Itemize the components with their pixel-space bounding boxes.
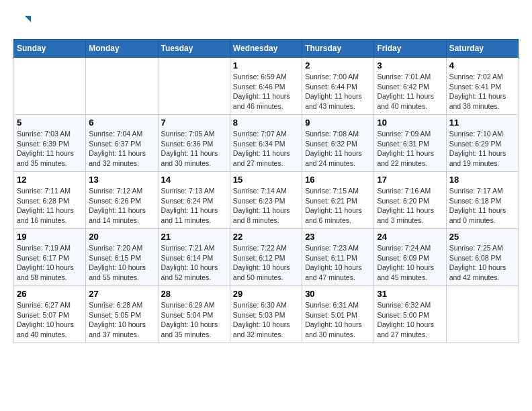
day-number: 17 [377, 175, 443, 185]
day-info: Sunrise: 7:13 AM Sunset: 6:24 PM Dayligh… [161, 186, 227, 226]
calendar-cell: 21Sunrise: 7:21 AM Sunset: 6:14 PM Dayli… [158, 229, 230, 286]
logo [13, 13, 35, 32]
calendar-cell [86, 58, 158, 115]
calendar-cell: 7Sunrise: 7:05 AM Sunset: 6:36 PM Daylig… [158, 115, 230, 172]
day-info: Sunrise: 7:23 AM Sunset: 6:11 PM Dayligh… [305, 243, 371, 283]
page-header [13, 13, 519, 32]
weekday-header: Sunday [14, 40, 86, 58]
calendar-week-row: 5Sunrise: 7:03 AM Sunset: 6:39 PM Daylig… [14, 115, 519, 172]
day-number: 8 [233, 118, 299, 128]
weekday-header: Monday [86, 40, 158, 58]
day-number: 5 [17, 118, 83, 128]
svg-marker-0 [25, 16, 31, 22]
weekday-header: Wednesday [230, 40, 302, 58]
day-info: Sunrise: 7:22 AM Sunset: 6:12 PM Dayligh… [233, 243, 299, 283]
day-info: Sunrise: 7:15 AM Sunset: 6:21 PM Dayligh… [305, 186, 371, 226]
calendar-cell: 26Sunrise: 6:27 AM Sunset: 5:07 PM Dayli… [14, 286, 86, 343]
day-number: 16 [305, 175, 371, 185]
day-number: 3 [377, 60, 443, 71]
day-number: 10 [377, 118, 443, 128]
day-info: Sunrise: 6:28 AM Sunset: 5:05 PM Dayligh… [89, 300, 154, 340]
calendar-cell: 29Sunrise: 6:30 AM Sunset: 5:03 PM Dayli… [230, 286, 302, 343]
calendar-cell: 3Sunrise: 7:01 AM Sunset: 6:42 PM Daylig… [374, 58, 446, 115]
calendar-week-row: 26Sunrise: 6:27 AM Sunset: 5:07 PM Dayli… [14, 286, 519, 343]
calendar-cell [158, 58, 230, 115]
weekday-header: Saturday [446, 40, 518, 58]
day-number: 28 [161, 289, 227, 299]
day-info: Sunrise: 7:02 AM Sunset: 6:41 PM Dayligh… [449, 72, 515, 111]
calendar-cell: 30Sunrise: 6:31 AM Sunset: 5:01 PM Dayli… [302, 286, 374, 343]
day-info: Sunrise: 6:30 AM Sunset: 5:03 PM Dayligh… [233, 300, 299, 340]
day-info: Sunrise: 6:27 AM Sunset: 5:07 PM Dayligh… [17, 300, 83, 340]
calendar-cell: 6Sunrise: 7:04 AM Sunset: 6:37 PM Daylig… [86, 115, 158, 172]
calendar-cell: 8Sunrise: 7:07 AM Sunset: 6:34 PM Daylig… [230, 115, 302, 172]
weekday-header-row: SundayMondayTuesdayWednesdayThursdayFrid… [14, 40, 519, 58]
day-info: Sunrise: 7:25 AM Sunset: 6:08 PM Dayligh… [449, 243, 515, 283]
calendar-week-row: 12Sunrise: 7:11 AM Sunset: 6:28 PM Dayli… [14, 172, 519, 229]
calendar-table: SundayMondayTuesdayWednesdayThursdayFrid… [13, 39, 519, 343]
calendar-cell: 28Sunrise: 6:29 AM Sunset: 5:04 PM Dayli… [158, 286, 230, 343]
calendar-cell: 16Sunrise: 7:15 AM Sunset: 6:21 PM Dayli… [302, 172, 374, 229]
calendar-cell: 14Sunrise: 7:13 AM Sunset: 6:24 PM Dayli… [158, 172, 230, 229]
day-number: 18 [449, 175, 515, 185]
day-number: 25 [449, 232, 515, 242]
day-number: 24 [377, 232, 443, 242]
calendar-cell [14, 58, 86, 115]
day-number: 15 [233, 175, 299, 185]
calendar-cell: 2Sunrise: 7:00 AM Sunset: 6:44 PM Daylig… [302, 58, 374, 115]
day-info: Sunrise: 7:04 AM Sunset: 6:37 PM Dayligh… [89, 129, 154, 169]
day-number: 30 [305, 289, 371, 299]
calendar-cell: 22Sunrise: 7:22 AM Sunset: 6:12 PM Dayli… [230, 229, 302, 286]
day-info: Sunrise: 7:20 AM Sunset: 6:15 PM Dayligh… [89, 243, 154, 283]
calendar-week-row: 19Sunrise: 7:19 AM Sunset: 6:17 PM Dayli… [14, 229, 519, 286]
day-info: Sunrise: 7:09 AM Sunset: 6:31 PM Dayligh… [377, 129, 443, 169]
day-number: 11 [449, 118, 515, 128]
day-number: 7 [161, 118, 227, 128]
day-number: 21 [161, 232, 227, 242]
day-info: Sunrise: 6:29 AM Sunset: 5:04 PM Dayligh… [161, 300, 227, 340]
day-info: Sunrise: 7:21 AM Sunset: 6:14 PM Dayligh… [161, 243, 227, 283]
day-info: Sunrise: 7:16 AM Sunset: 6:20 PM Dayligh… [377, 186, 443, 226]
day-info: Sunrise: 7:08 AM Sunset: 6:32 PM Dayligh… [305, 129, 371, 169]
calendar-cell: 12Sunrise: 7:11 AM Sunset: 6:28 PM Dayli… [14, 172, 86, 229]
day-number: 4 [449, 60, 515, 71]
calendar-cell: 4Sunrise: 7:02 AM Sunset: 6:41 PM Daylig… [446, 58, 518, 115]
calendar-cell: 10Sunrise: 7:09 AM Sunset: 6:31 PM Dayli… [374, 115, 446, 172]
day-number: 27 [89, 289, 154, 299]
day-number: 1 [233, 60, 299, 71]
weekday-header: Tuesday [158, 40, 230, 58]
day-number: 14 [161, 175, 227, 185]
day-info: Sunrise: 7:12 AM Sunset: 6:26 PM Dayligh… [89, 186, 154, 226]
day-info: Sunrise: 6:31 AM Sunset: 5:01 PM Dayligh… [305, 300, 371, 340]
day-info: Sunrise: 7:19 AM Sunset: 6:17 PM Dayligh… [17, 243, 83, 283]
calendar-cell: 27Sunrise: 6:28 AM Sunset: 5:05 PM Dayli… [86, 286, 158, 343]
calendar-cell: 1Sunrise: 6:59 AM Sunset: 6:46 PM Daylig… [230, 58, 302, 115]
weekday-header: Thursday [302, 40, 374, 58]
calendar-cell: 23Sunrise: 7:23 AM Sunset: 6:11 PM Dayli… [302, 229, 374, 286]
day-info: Sunrise: 7:07 AM Sunset: 6:34 PM Dayligh… [233, 129, 299, 169]
day-info: Sunrise: 7:11 AM Sunset: 6:28 PM Dayligh… [17, 186, 83, 226]
calendar-cell: 17Sunrise: 7:16 AM Sunset: 6:20 PM Dayli… [374, 172, 446, 229]
calendar-cell: 13Sunrise: 7:12 AM Sunset: 6:26 PM Dayli… [86, 172, 158, 229]
day-number: 29 [233, 289, 299, 299]
day-info: Sunrise: 7:00 AM Sunset: 6:44 PM Dayligh… [305, 72, 371, 111]
day-info: Sunrise: 6:32 AM Sunset: 5:00 PM Dayligh… [377, 300, 443, 340]
day-number: 31 [377, 289, 443, 299]
day-number: 22 [233, 232, 299, 242]
day-number: 2 [305, 60, 371, 71]
day-info: Sunrise: 7:14 AM Sunset: 6:23 PM Dayligh… [233, 186, 299, 226]
calendar-cell: 24Sunrise: 7:24 AM Sunset: 6:09 PM Dayli… [374, 229, 446, 286]
day-info: Sunrise: 7:10 AM Sunset: 6:29 PM Dayligh… [449, 129, 515, 169]
day-info: Sunrise: 7:03 AM Sunset: 6:39 PM Dayligh… [17, 129, 83, 169]
calendar-week-row: 1Sunrise: 6:59 AM Sunset: 6:46 PM Daylig… [14, 58, 519, 115]
calendar-cell: 25Sunrise: 7:25 AM Sunset: 6:08 PM Dayli… [446, 229, 518, 286]
weekday-header: Friday [374, 40, 446, 58]
day-info: Sunrise: 7:17 AM Sunset: 6:18 PM Dayligh… [449, 186, 515, 226]
day-number: 12 [17, 175, 83, 185]
calendar-cell: 19Sunrise: 7:19 AM Sunset: 6:17 PM Dayli… [14, 229, 86, 286]
day-number: 23 [305, 232, 371, 242]
day-number: 20 [89, 232, 154, 242]
day-number: 26 [17, 289, 83, 299]
day-number: 13 [89, 175, 154, 185]
logo-icon [13, 13, 32, 32]
